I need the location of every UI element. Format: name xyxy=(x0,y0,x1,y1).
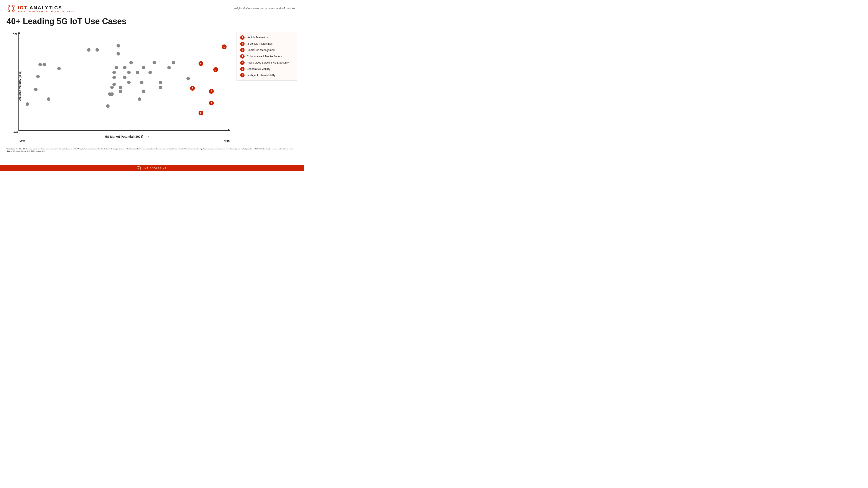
logo-area: IOT ANALYTICS MARKET INSIGHTS FOR THE IN… xyxy=(6,4,74,13)
logo-iot: IOT xyxy=(18,5,28,10)
disclaimer: Disclaimer: The 2019 5G Use case Matrix … xyxy=(0,147,304,153)
gray-dot xyxy=(87,48,91,52)
y-low-label: Low xyxy=(12,131,18,134)
red-dot-7: 7 xyxy=(190,86,195,91)
svg-point-9 xyxy=(140,166,141,167)
logo-subtitle: MARKET INSIGHTS FOR THE INTERNET OF THIN… xyxy=(18,11,74,12)
header: IOT ANALYTICS MARKET INSIGHTS FOR THE IN… xyxy=(0,0,304,15)
chart-wrapper: Use case maturity (2019) High Low ↑ ↓ 12… xyxy=(0,30,304,147)
svg-point-1 xyxy=(12,5,14,7)
title-section: 40+ Leading 5G IoT Use Cases xyxy=(0,15,304,26)
legend-item-7: 7 Intelligent Urban Mobility xyxy=(240,73,293,77)
page-title: 40+ Leading 5G IoT Use Cases xyxy=(6,17,295,26)
gray-dot xyxy=(148,71,152,74)
red-dot-1: 1 xyxy=(222,44,226,49)
legend-dot-7: 7 xyxy=(240,73,245,77)
legend-label-3: Smart Grid Management xyxy=(247,48,275,52)
gray-dot xyxy=(57,67,61,70)
legend-label-5: Public Video Surveillance & Security xyxy=(247,61,289,64)
gray-dot xyxy=(113,71,116,74)
legend: 1 Vehicle Telematics 2 In-Vehicle Infota… xyxy=(237,32,297,81)
legend-label-1: Vehicle Telematics xyxy=(247,36,268,39)
gray-dot xyxy=(135,71,139,74)
gray-dot xyxy=(113,76,116,79)
chart-container: Use case maturity (2019) High Low ↑ ↓ 12… xyxy=(6,30,232,147)
gray-dot xyxy=(159,86,162,89)
gray-dot xyxy=(119,90,122,93)
red-dot-3: 3 xyxy=(209,89,214,94)
svg-point-10 xyxy=(137,168,138,169)
legend-item-5: 5 Public Video Surveillance & Security xyxy=(240,61,293,65)
gray-dot xyxy=(138,97,141,101)
svg-point-2 xyxy=(8,10,9,12)
gray-dot xyxy=(140,81,144,84)
gray-dot xyxy=(127,81,131,84)
gray-dot xyxy=(113,83,116,86)
gray-dot xyxy=(26,102,29,106)
header-tagline: Insights that empower you to understand … xyxy=(234,7,295,10)
gray-dot xyxy=(142,66,145,69)
legend-dot-5: 5 xyxy=(240,61,245,65)
legend-label-2: In-Vehicle Infotainment xyxy=(247,42,273,45)
red-dot-4: 4 xyxy=(209,101,214,105)
svg-point-8 xyxy=(137,166,138,167)
x-axis-label: ← 5G Market Potential (2025) → xyxy=(19,135,230,138)
gray-dot xyxy=(127,71,131,74)
y-down-arrow: ↓ xyxy=(15,124,17,128)
legend-item-6: 6 Cooperative Mobility xyxy=(240,67,293,71)
legend-dot-1: 1 xyxy=(240,35,245,40)
x-high-label: High xyxy=(224,139,229,142)
footer-logo-icon xyxy=(137,165,142,170)
gray-dot xyxy=(172,61,175,64)
svg-point-3 xyxy=(12,10,14,12)
legend-item-3: 3 Smart Grid Management xyxy=(240,48,293,52)
legend-dot-2: 2 xyxy=(240,42,245,46)
legend-dot-4: 4 xyxy=(240,54,245,59)
gray-dot xyxy=(117,52,120,56)
gray-dot xyxy=(36,75,40,78)
footer-bar: IOT ANALYTICS xyxy=(0,165,304,171)
legend-item-4: 4 Collaborative & Mobile Robots xyxy=(240,54,293,59)
legend-item-1: 1 Vehicle Telematics xyxy=(240,35,293,40)
gray-dot xyxy=(95,48,99,52)
x-low-label: Low xyxy=(20,139,25,142)
y-up-arrow: ↑ xyxy=(15,35,17,38)
legend-dot-3: 3 xyxy=(240,48,245,52)
gray-dot xyxy=(167,66,171,69)
gray-dot xyxy=(153,61,156,64)
gray-dot xyxy=(47,97,50,101)
gray-dot xyxy=(123,66,126,69)
gray-dot xyxy=(119,86,122,89)
logo-text-area: IOT ANALYTICS MARKET INSIGHTS FOR THE IN… xyxy=(18,5,74,12)
gray-dot xyxy=(159,81,162,84)
svg-point-0 xyxy=(8,5,9,7)
gray-dot xyxy=(129,61,133,64)
gray-dot xyxy=(34,88,37,91)
gray-dot xyxy=(117,44,120,47)
gray-dot xyxy=(123,76,126,79)
red-dot-5: 5 xyxy=(198,61,203,66)
logo-icon xyxy=(6,4,16,13)
red-dot-2: 2 xyxy=(213,67,218,72)
logo-title: IOT ANALYTICS xyxy=(18,5,74,11)
red-divider xyxy=(6,28,297,28)
footer-logo-text: IOT ANALYTICS xyxy=(144,166,167,169)
legend-dot-6: 6 xyxy=(240,67,245,71)
svg-point-11 xyxy=(140,168,141,169)
legend-label-7: Intelligent Urban Mobility xyxy=(247,74,275,77)
red-dot-6: 6 xyxy=(198,110,203,116)
gray-dot xyxy=(115,66,118,69)
plot-area: 1234567 xyxy=(19,32,230,131)
legend-label-4: Collaborative & Mobile Robots xyxy=(247,55,282,58)
gray-dot xyxy=(38,63,42,66)
gray-dot xyxy=(110,92,114,96)
gray-dot xyxy=(42,63,46,66)
gray-dot xyxy=(106,104,110,108)
legend-item-2: 2 In-Vehicle Infotainment xyxy=(240,42,293,46)
gray-dot xyxy=(110,86,114,89)
legend-label-6: Cooperative Mobility xyxy=(247,67,270,70)
gray-dot xyxy=(186,77,190,80)
gray-dot xyxy=(142,90,145,93)
